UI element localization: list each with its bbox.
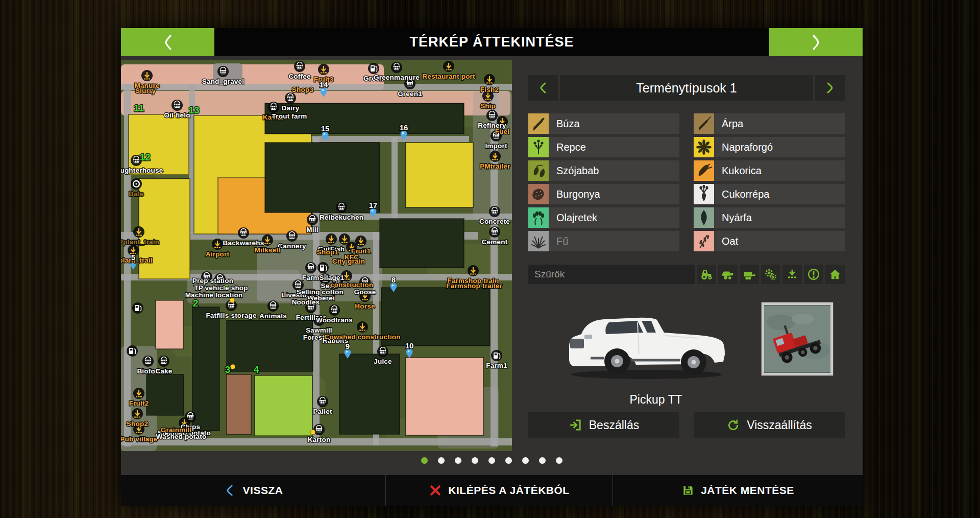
svg-text:Sand_gravel: Sand_gravel	[202, 78, 244, 85]
svg-text:Juice: Juice	[374, 358, 392, 365]
panel-title: Terménytípusok 1	[560, 75, 813, 101]
crop-label: Burgonya	[549, 184, 679, 204]
enter-vehicle-label: Beszállás	[589, 418, 639, 432]
svg-text:Backwarehs: Backwarehs	[223, 239, 264, 247]
svg-text:Fuel: Fuel	[495, 128, 510, 135]
barley-icon	[694, 113, 714, 134]
svg-text:Bale: Bale	[129, 190, 144, 198]
filter-buttons	[697, 265, 845, 284]
footer-button-2[interactable]: JÁTÉK MENTÉSE	[612, 475, 863, 506]
crop-row-beet[interactable]: Cukorrépa	[694, 184, 845, 204]
page-dot-3[interactable]	[455, 457, 461, 464]
map-overview-dialog: TÉRKÉP ÁTTEKINTÉSE ManureSlurrySand_grav…	[121, 28, 863, 506]
page-dot-6[interactable]	[505, 457, 512, 464]
svg-text:Ship: Ship	[480, 102, 496, 110]
svg-text:Forest: Forest	[303, 334, 325, 341]
footer-button-1[interactable]: KILÉPÉS A JÁTÉKBÓL	[385, 475, 612, 506]
crop-row-grass[interactable]: Fű	[528, 231, 679, 251]
svg-text:Greenmanure: Greenmanure	[374, 74, 420, 81]
crop-row-sunflower[interactable]: Napraforgó	[694, 137, 845, 157]
page-dots	[121, 457, 863, 464]
page-next-button[interactable]	[769, 28, 863, 56]
page-dot-5[interactable]	[488, 457, 495, 464]
crop-label: Szójabab	[549, 160, 679, 181]
footer-button-0[interactable]: VISSZA	[121, 475, 385, 506]
svg-text:Trout farm: Trout farm	[272, 112, 307, 120]
crop-row-barley[interactable]: Árpa	[694, 113, 845, 134]
page-dot-8[interactable]	[539, 457, 546, 464]
selected-vehicle-image	[560, 294, 733, 386]
crop-row-poplar[interactable]: Nyárfa	[694, 207, 845, 228]
crop-label: Kukorica	[714, 160, 845, 181]
svg-text:TP vehicle shop: TP vehicle shop	[194, 284, 248, 292]
crop-column-1: ÁrpaNapraforgóKukoricaCukorrépaNyárfaOat	[694, 113, 845, 251]
svg-text:Fruit2: Fruit2	[129, 399, 149, 407]
svg-text:Woodtrans: Woodtrans	[316, 316, 353, 324]
filter-home-button[interactable]	[825, 265, 845, 284]
crop-label: Oat	[714, 231, 845, 251]
crop-column-0: BúzaRepceSzójababBurgonyaOlajretekFű	[528, 113, 679, 251]
gears-icon	[764, 268, 777, 281]
game-map[interactable]: ManureSlurrySand_gravelCoffeeFruit3Shop3…	[121, 60, 512, 451]
svg-text:Slaughterhouse: Slaughterhouse	[121, 167, 163, 174]
svg-text:Pallet: Pallet	[313, 408, 332, 415]
reset-vehicle-button[interactable]: Visszaállítás	[694, 412, 845, 438]
enter-vehicle-button[interactable]: Beszállás	[528, 412, 679, 438]
crop-label: Búza	[549, 113, 679, 134]
page-dot-9[interactable]	[556, 457, 562, 464]
svg-text:Animals: Animals	[259, 312, 287, 320]
crop-label: Repce	[549, 137, 679, 157]
vehicle-thumbnail[interactable]	[762, 302, 833, 375]
svg-text:Dairy: Dairy	[282, 104, 300, 112]
poplar-icon	[694, 207, 714, 228]
svg-text:10: 10	[405, 341, 414, 350]
svg-text:15: 15	[321, 124, 330, 133]
svg-text:Slurry: Slurry	[135, 87, 156, 95]
svg-text:Farmshop trailer: Farmshop trailer	[446, 282, 502, 290]
reset-vehicle-label: Visszaállítás	[747, 418, 812, 432]
svg-text:Cake: Cake	[155, 367, 172, 375]
crop-label: Cukorrépa	[714, 184, 845, 204]
page-dot-1[interactable]	[421, 457, 428, 464]
svg-text:13: 13	[188, 105, 199, 115]
crop-row-corn[interactable]: Kukorica	[694, 160, 845, 181]
svg-text:Pplant_trail: Pplant_trail	[121, 256, 153, 264]
filter-warning-button[interactable]	[804, 265, 823, 284]
filter-gears-button[interactable]	[761, 265, 780, 284]
home-icon	[828, 268, 842, 281]
footer-label: VISSZA	[243, 484, 283, 497]
crop-page-prev-button[interactable]	[528, 75, 558, 101]
page-dot-4[interactable]	[472, 457, 478, 464]
svg-text:Noodles: Noodles	[292, 298, 320, 306]
svg-text:Horse: Horse	[355, 302, 375, 310]
filter-search-input[interactable]	[528, 265, 695, 284]
page-dot-7[interactable]	[522, 457, 529, 464]
filter-trailer-button[interactable]	[740, 265, 759, 284]
red-truck-thumbnail-image	[764, 305, 830, 373]
crop-row-wheat[interactable]: Búza	[528, 113, 679, 134]
grass-icon	[528, 231, 549, 251]
svg-text:Shop2: Shop2	[127, 420, 148, 428]
potato-icon	[528, 184, 549, 204]
crop-row-soybean[interactable]: Szójabab	[528, 160, 679, 181]
crop-row-radish[interactable]: Olajretek	[528, 207, 679, 228]
crop-row-potato[interactable]: Burgonya	[528, 184, 679, 204]
footer-label: JÁTÉK MENTÉSE	[701, 484, 794, 497]
svg-text:2: 2	[193, 298, 199, 309]
svg-text:5: 5	[131, 253, 135, 262]
filter-harvester-button[interactable]	[718, 265, 738, 284]
filter-tractor-button[interactable]	[697, 265, 716, 284]
chevron-left-blue-icon	[224, 484, 237, 497]
svg-text:11: 11	[134, 103, 144, 113]
svg-text:Fatfills storage: Fatfills storage	[206, 312, 257, 319]
chevron-left-icon	[537, 81, 549, 95]
page-dot-2[interactable]	[438, 457, 445, 464]
filter-download-button[interactable]	[782, 265, 802, 284]
crop-page-next-button[interactable]	[815, 75, 845, 101]
crop-row-oat[interactable]: Oat	[694, 231, 845, 251]
crop-row-canola[interactable]: Repce	[528, 137, 679, 157]
save-green-icon	[681, 484, 695, 497]
svg-text:9: 9	[346, 342, 350, 350]
page-title: TÉRKÉP ÁTTEKINTÉSE	[121, 34, 863, 50]
crop-label: Olajretek	[549, 207, 679, 228]
